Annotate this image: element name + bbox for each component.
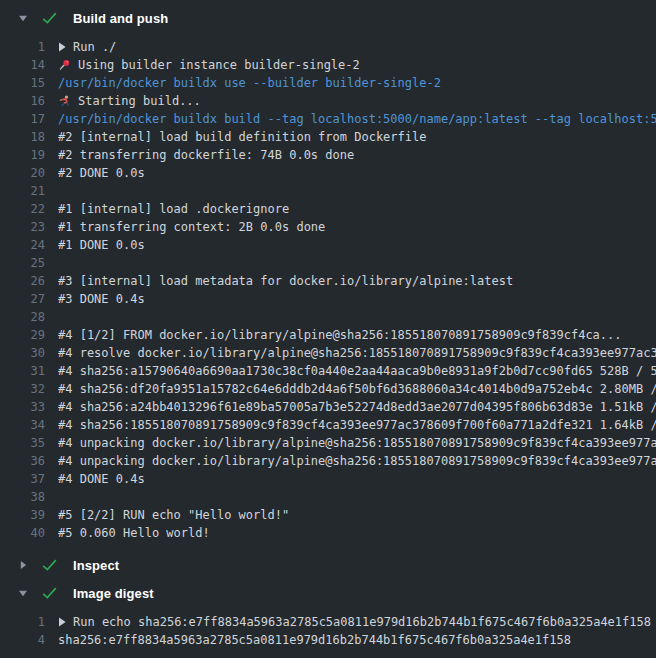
runner-icon — [58, 95, 71, 108]
line-number[interactable]: 34 — [0, 416, 45, 434]
log-line: 35 #4 unpacking docker.io/library/alpine… — [0, 434, 656, 452]
line-text-content: Run ./ — [73, 38, 116, 56]
line-number[interactable]: 38 — [0, 488, 45, 506]
line-number[interactable]: 15 — [0, 74, 45, 92]
line-number[interactable]: 1 — [0, 38, 45, 56]
log-line: 16 Starting build... — [0, 92, 656, 110]
section-lines: 1 Run echo sha256:e7ff8834a5963a2785c5a0… — [0, 607, 656, 658]
line-text — [58, 182, 656, 200]
log-line: 26 #3 [internal] load metadata for docke… — [0, 272, 656, 290]
section-header[interactable]: Inspect — [0, 551, 656, 579]
line-text-content: #4 unpacking docker.io/library/alpine@sh… — [58, 434, 656, 452]
line-number[interactable]: 32 — [0, 380, 45, 398]
line-number[interactable]: 29 — [0, 326, 45, 344]
log-line: 14 Using builder instance builder-single… — [0, 56, 656, 74]
line-text: sha256:e7ff8834a5963a2785c5a0811e979d16b… — [58, 631, 656, 649]
log-line: 15 /usr/bin/docker buildx use --builder … — [0, 74, 656, 92]
workflow-log-viewer: Build and push 1 Run ./ 14 Using builder… — [0, 0, 656, 658]
line-text-content: #3 [internal] load metadata for docker.i… — [58, 272, 513, 290]
line-text-content: /usr/bin/docker buildx use --builder bui… — [58, 74, 441, 92]
line-number[interactable]: 21 — [0, 182, 45, 200]
line-text: #4 sha256:df20fa9351a15782c64e6dddb2d4a6… — [58, 380, 656, 398]
line-number[interactable]: 1 — [0, 613, 45, 631]
line-number[interactable]: 40 — [0, 524, 45, 542]
line-text: #2 [internal] load build definition from… — [58, 128, 656, 146]
line-number[interactable]: 24 — [0, 236, 45, 254]
line-number[interactable]: 25 — [0, 254, 45, 272]
log-line: 20 #2 DONE 0.0s — [0, 164, 656, 182]
section-inspect: Inspect — [0, 551, 656, 579]
section-header[interactable]: Image digest — [0, 579, 656, 607]
line-text-content: /usr/bin/docker buildx build --tag local… — [58, 110, 656, 128]
log-line: 1 Run echo sha256:e7ff8834a5963a2785c5a0… — [0, 613, 656, 631]
line-number[interactable]: 18 — [0, 128, 45, 146]
line-text-content: #2 transferring dockerfile: 74B 0.0s don… — [58, 146, 354, 164]
line-text: #3 [internal] load metadata for docker.i… — [58, 272, 656, 290]
line-number[interactable]: 31 — [0, 362, 45, 380]
section-lines: 1 Run ./ 14 Using builder instance build… — [0, 32, 656, 551]
line-text-content: sha256:e7ff8834a5963a2785c5a0811e979d16b… — [58, 631, 571, 649]
line-text: Run ./ — [58, 38, 656, 56]
line-number[interactable]: 4 — [0, 631, 45, 649]
log-line: 38 — [0, 488, 656, 506]
line-text-content: #3 DONE 0.4s — [58, 290, 145, 308]
line-text-content: #1 transferring context: 2B 0.0s done — [58, 218, 325, 236]
chevron-down-icon[interactable] — [17, 588, 28, 599]
line-number[interactable]: 33 — [0, 398, 45, 416]
pushpin-icon — [58, 59, 71, 72]
line-number[interactable]: 36 — [0, 452, 45, 470]
log-line: 17 /usr/bin/docker buildx build --tag lo… — [0, 110, 656, 128]
log-line: 18 #2 [internal] load build definition f… — [0, 128, 656, 146]
log-line: 36 #4 unpacking docker.io/library/alpine… — [0, 452, 656, 470]
log-line: 1 Run ./ — [0, 38, 656, 56]
line-number[interactable]: 39 — [0, 506, 45, 524]
line-text — [58, 308, 656, 326]
log-line: 19 #2 transferring dockerfile: 74B 0.0s … — [0, 146, 656, 164]
log-line: 29 #4 [1/2] FROM docker.io/library/alpin… — [0, 326, 656, 344]
line-text: #4 [1/2] FROM docker.io/library/alpine@s… — [58, 326, 656, 344]
line-number[interactable]: 27 — [0, 290, 45, 308]
line-number[interactable]: 35 — [0, 434, 45, 452]
line-text-content: #4 sha256:a24bb4013296f61e89ba57005a7b3e… — [58, 398, 656, 416]
line-text-content: #5 [2/2] RUN echo "Hello world!" — [58, 506, 289, 524]
log-line: 22 #1 [internal] load .dockerignore — [0, 200, 656, 218]
line-number[interactable]: 37 — [0, 470, 45, 488]
line-number[interactable]: 28 — [0, 308, 45, 326]
log-line: 24 #1 DONE 0.0s — [0, 236, 656, 254]
expand-arrow-icon[interactable] — [58, 42, 66, 52]
line-text: #5 [2/2] RUN echo "Hello world!" — [58, 506, 656, 524]
line-number[interactable]: 19 — [0, 146, 45, 164]
line-text-content: #4 sha256:df20fa9351a15782c64e6dddb2d4a6… — [58, 380, 656, 398]
line-text: #2 transferring dockerfile: 74B 0.0s don… — [58, 146, 656, 164]
line-number[interactable]: 14 — [0, 56, 45, 74]
line-number[interactable]: 20 — [0, 164, 45, 182]
section-header[interactable]: Build and push — [0, 4, 656, 32]
section-title: Build and push — [73, 11, 168, 26]
line-text: #3 DONE 0.4s — [58, 290, 656, 308]
expand-arrow-icon[interactable] — [58, 617, 66, 627]
line-text-content: Using builder instance builder-single-2 — [78, 56, 360, 74]
line-text-content: #4 unpacking docker.io/library/alpine@sh… — [58, 452, 656, 470]
log-line: 4 sha256:e7ff8834a5963a2785c5a0811e979d1… — [0, 631, 656, 649]
line-text-content: #1 [internal] load .dockerignore — [58, 200, 289, 218]
line-text-content: #4 resolve docker.io/library/alpine@sha2… — [58, 344, 656, 362]
line-number[interactable]: 22 — [0, 200, 45, 218]
line-text: #4 sha256:185518070891758909c9f839cf4ca3… — [58, 416, 656, 434]
line-number[interactable]: 26 — [0, 272, 45, 290]
line-text: Using builder instance builder-single-2 — [58, 56, 656, 74]
log-line: 21 — [0, 182, 656, 200]
line-number[interactable]: 16 — [0, 92, 45, 110]
line-number[interactable]: 17 — [0, 110, 45, 128]
section-title: Inspect — [73, 558, 119, 573]
chevron-right-icon[interactable] — [17, 560, 28, 571]
log-line: 33 #4 sha256:a24bb4013296f61e89ba57005a7… — [0, 398, 656, 416]
log-line: 32 #4 sha256:df20fa9351a15782c64e6dddb2d… — [0, 380, 656, 398]
line-number[interactable]: 30 — [0, 344, 45, 362]
line-number[interactable]: 23 — [0, 218, 45, 236]
chevron-down-icon[interactable] — [17, 13, 28, 24]
line-text: #2 DONE 0.0s — [58, 164, 656, 182]
section-image-digest: Image digest 1 Run echo sha256:e7ff8834a… — [0, 579, 656, 658]
line-text-content: #2 DONE 0.0s — [58, 164, 145, 182]
line-text: #4 unpacking docker.io/library/alpine@sh… — [58, 434, 656, 452]
line-text-content: #4 sha256:185518070891758909c9f839cf4ca3… — [58, 416, 656, 434]
